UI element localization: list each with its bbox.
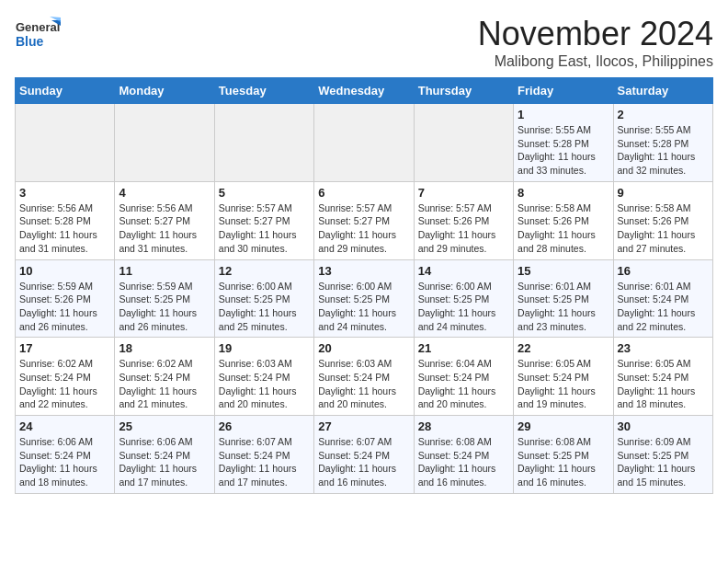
calendar-day-cell bbox=[214, 104, 313, 182]
calendar-day-cell bbox=[16, 104, 115, 182]
day-info: Sunrise: 6:07 AM Sunset: 5:24 PM Dayligh… bbox=[219, 435, 310, 489]
day-number: 23 bbox=[618, 341, 709, 355]
calendar-week-row: 1Sunrise: 5:55 AM Sunset: 5:28 PM Daylig… bbox=[16, 104, 713, 182]
day-number: 5 bbox=[219, 186, 310, 200]
day-info: Sunrise: 6:01 AM Sunset: 5:25 PM Dayligh… bbox=[518, 280, 609, 334]
day-number: 8 bbox=[518, 186, 609, 200]
weekday-header: Tuesday bbox=[214, 78, 313, 104]
calendar-day-cell: 17Sunrise: 6:02 AM Sunset: 5:24 PM Dayli… bbox=[16, 338, 115, 416]
calendar-day-cell: 13Sunrise: 6:00 AM Sunset: 5:25 PM Dayli… bbox=[314, 259, 414, 338]
day-number: 2 bbox=[618, 108, 709, 121]
page-header: General Blue November 2024 Malibong East… bbox=[15, 15, 713, 70]
weekday-header-row: SundayMondayTuesdayWednesdayThursdayFrid… bbox=[16, 78, 713, 104]
calendar-day-cell: 30Sunrise: 6:09 AM Sunset: 5:25 PM Dayli… bbox=[613, 416, 712, 494]
day-number: 22 bbox=[518, 341, 609, 355]
day-number: 11 bbox=[119, 264, 210, 278]
day-number: 28 bbox=[418, 419, 509, 433]
calendar-week-row: 17Sunrise: 6:02 AM Sunset: 5:24 PM Dayli… bbox=[16, 338, 713, 416]
calendar-day-cell: 20Sunrise: 6:03 AM Sunset: 5:24 PM Dayli… bbox=[314, 338, 414, 416]
calendar-day-cell: 6Sunrise: 5:57 AM Sunset: 5:27 PM Daylig… bbox=[314, 181, 414, 259]
day-number: 27 bbox=[318, 419, 409, 433]
day-info: Sunrise: 6:03 AM Sunset: 5:24 PM Dayligh… bbox=[318, 357, 409, 411]
calendar-day-cell: 29Sunrise: 6:08 AM Sunset: 5:25 PM Dayli… bbox=[514, 416, 613, 494]
day-info: Sunrise: 6:09 AM Sunset: 5:25 PM Dayligh… bbox=[618, 435, 709, 489]
day-info: Sunrise: 6:00 AM Sunset: 5:25 PM Dayligh… bbox=[318, 280, 409, 334]
location-title: Malibong East, Ilocos, Philippines bbox=[478, 53, 713, 70]
day-number: 14 bbox=[418, 264, 509, 278]
svg-text:General: General bbox=[16, 20, 60, 34]
day-info: Sunrise: 6:04 AM Sunset: 5:24 PM Dayligh… bbox=[418, 357, 509, 411]
day-number: 6 bbox=[318, 186, 409, 200]
calendar-day-cell: 28Sunrise: 6:08 AM Sunset: 5:24 PM Dayli… bbox=[414, 416, 513, 494]
logo: General Blue bbox=[15, 15, 61, 55]
calendar-day-cell: 8Sunrise: 5:58 AM Sunset: 5:26 PM Daylig… bbox=[514, 181, 613, 259]
day-number: 3 bbox=[19, 186, 110, 200]
month-title: November 2024 bbox=[478, 15, 713, 53]
day-info: Sunrise: 5:57 AM Sunset: 5:26 PM Dayligh… bbox=[418, 201, 509, 256]
calendar-day-cell: 2Sunrise: 5:55 AM Sunset: 5:28 PM Daylig… bbox=[613, 104, 712, 182]
day-number: 29 bbox=[518, 419, 609, 433]
day-info: Sunrise: 6:06 AM Sunset: 5:24 PM Dayligh… bbox=[119, 435, 210, 489]
day-info: Sunrise: 5:58 AM Sunset: 5:26 PM Dayligh… bbox=[518, 201, 609, 256]
day-info: Sunrise: 6:00 AM Sunset: 5:25 PM Dayligh… bbox=[219, 280, 310, 334]
calendar-day-cell: 11Sunrise: 5:59 AM Sunset: 5:25 PM Dayli… bbox=[115, 259, 214, 338]
day-number: 12 bbox=[219, 264, 310, 278]
day-info: Sunrise: 6:03 AM Sunset: 5:24 PM Dayligh… bbox=[219, 357, 310, 411]
calendar-day-cell: 21Sunrise: 6:04 AM Sunset: 5:24 PM Dayli… bbox=[414, 338, 513, 416]
day-number: 7 bbox=[418, 186, 509, 200]
title-area: November 2024 Malibong East, Ilocos, Phi… bbox=[478, 15, 713, 70]
weekday-header: Monday bbox=[115, 78, 214, 104]
calendar-day-cell: 16Sunrise: 6:01 AM Sunset: 5:24 PM Dayli… bbox=[613, 259, 712, 338]
calendar-day-cell: 18Sunrise: 6:02 AM Sunset: 5:24 PM Dayli… bbox=[115, 338, 214, 416]
day-info: Sunrise: 6:01 AM Sunset: 5:24 PM Dayligh… bbox=[618, 280, 709, 334]
calendar-day-cell bbox=[314, 104, 414, 182]
calendar-day-cell bbox=[115, 104, 214, 182]
calendar-day-cell: 25Sunrise: 6:06 AM Sunset: 5:24 PM Dayli… bbox=[115, 416, 214, 494]
day-number: 25 bbox=[119, 419, 210, 433]
weekday-header: Sunday bbox=[16, 78, 115, 104]
day-info: Sunrise: 5:58 AM Sunset: 5:26 PM Dayligh… bbox=[618, 201, 709, 256]
calendar-day-cell: 9Sunrise: 5:58 AM Sunset: 5:26 PM Daylig… bbox=[613, 181, 712, 259]
day-info: Sunrise: 5:59 AM Sunset: 5:26 PM Dayligh… bbox=[19, 280, 110, 334]
weekday-header: Friday bbox=[514, 78, 613, 104]
calendar-day-cell: 24Sunrise: 6:06 AM Sunset: 5:24 PM Dayli… bbox=[16, 416, 115, 494]
day-info: Sunrise: 5:59 AM Sunset: 5:25 PM Dayligh… bbox=[119, 280, 210, 334]
calendar-day-cell: 3Sunrise: 5:56 AM Sunset: 5:28 PM Daylig… bbox=[16, 181, 115, 259]
day-info: Sunrise: 5:56 AM Sunset: 5:27 PM Dayligh… bbox=[119, 201, 210, 256]
day-info: Sunrise: 6:08 AM Sunset: 5:24 PM Dayligh… bbox=[418, 435, 509, 489]
day-info: Sunrise: 5:57 AM Sunset: 5:27 PM Dayligh… bbox=[219, 201, 310, 256]
day-info: Sunrise: 5:56 AM Sunset: 5:28 PM Dayligh… bbox=[19, 201, 110, 256]
day-info: Sunrise: 5:57 AM Sunset: 5:27 PM Dayligh… bbox=[318, 201, 409, 256]
calendar-day-cell: 4Sunrise: 5:56 AM Sunset: 5:27 PM Daylig… bbox=[115, 181, 214, 259]
calendar-day-cell: 12Sunrise: 6:00 AM Sunset: 5:25 PM Dayli… bbox=[214, 259, 313, 338]
calendar-day-cell: 27Sunrise: 6:07 AM Sunset: 5:24 PM Dayli… bbox=[314, 416, 414, 494]
day-number: 4 bbox=[119, 186, 210, 200]
day-number: 26 bbox=[219, 419, 310, 433]
day-number: 19 bbox=[219, 341, 310, 355]
calendar-day-cell: 7Sunrise: 5:57 AM Sunset: 5:26 PM Daylig… bbox=[414, 181, 513, 259]
day-info: Sunrise: 6:00 AM Sunset: 5:25 PM Dayligh… bbox=[418, 280, 509, 334]
weekday-header: Saturday bbox=[613, 78, 712, 104]
day-number: 20 bbox=[318, 341, 409, 355]
day-info: Sunrise: 5:55 AM Sunset: 5:28 PM Dayligh… bbox=[618, 123, 709, 178]
calendar-day-cell: 15Sunrise: 6:01 AM Sunset: 5:25 PM Dayli… bbox=[514, 259, 613, 338]
day-number: 13 bbox=[318, 264, 409, 278]
calendar-day-cell: 22Sunrise: 6:05 AM Sunset: 5:24 PM Dayli… bbox=[514, 338, 613, 416]
day-number: 18 bbox=[119, 341, 210, 355]
calendar-week-row: 24Sunrise: 6:06 AM Sunset: 5:24 PM Dayli… bbox=[16, 416, 713, 494]
day-info: Sunrise: 6:08 AM Sunset: 5:25 PM Dayligh… bbox=[518, 435, 609, 489]
calendar-day-cell: 5Sunrise: 5:57 AM Sunset: 5:27 PM Daylig… bbox=[214, 181, 313, 259]
day-info: Sunrise: 6:02 AM Sunset: 5:24 PM Dayligh… bbox=[119, 357, 210, 411]
day-number: 15 bbox=[518, 264, 609, 278]
logo-svg: General Blue bbox=[15, 15, 61, 55]
day-info: Sunrise: 6:05 AM Sunset: 5:24 PM Dayligh… bbox=[618, 357, 709, 411]
day-info: Sunrise: 5:55 AM Sunset: 5:28 PM Dayligh… bbox=[518, 123, 609, 178]
calendar-day-cell bbox=[414, 104, 513, 182]
calendar-day-cell: 1Sunrise: 5:55 AM Sunset: 5:28 PM Daylig… bbox=[514, 104, 613, 182]
day-number: 21 bbox=[418, 341, 509, 355]
calendar-day-cell: 10Sunrise: 5:59 AM Sunset: 5:26 PM Dayli… bbox=[16, 259, 115, 338]
day-number: 1 bbox=[518, 108, 609, 121]
calendar-day-cell: 23Sunrise: 6:05 AM Sunset: 5:24 PM Dayli… bbox=[613, 338, 712, 416]
day-info: Sunrise: 6:02 AM Sunset: 5:24 PM Dayligh… bbox=[19, 357, 110, 411]
day-info: Sunrise: 6:07 AM Sunset: 5:24 PM Dayligh… bbox=[318, 435, 409, 489]
